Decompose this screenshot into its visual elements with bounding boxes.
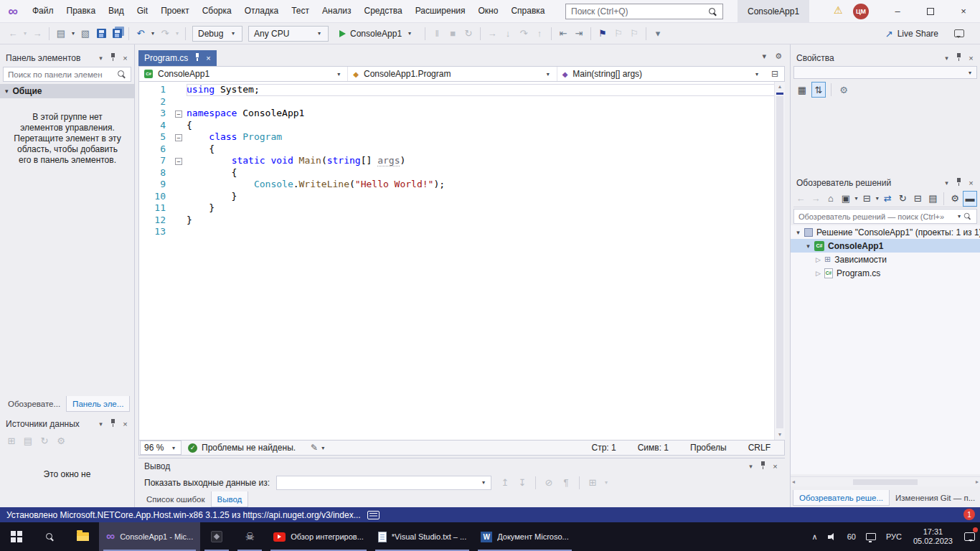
document-options-gear-icon[interactable]: ⚙ bbox=[775, 52, 782, 61]
tree-item-2[interactable]: ▷⊞Зависимости bbox=[791, 253, 980, 266]
document-tab-program-cs[interactable]: Program.cs × bbox=[138, 50, 217, 66]
status-line-ending[interactable]: CRLF bbox=[748, 443, 771, 453]
redo-caret-icon[interactable]: ▾ bbox=[174, 30, 181, 37]
game-window[interactable] bbox=[200, 522, 233, 551]
pending-changes-filter-icon[interactable]: ⊟ bbox=[859, 191, 874, 207]
close-icon[interactable]: × bbox=[965, 54, 977, 62]
menu-item-1[interactable]: Правка bbox=[60, 0, 103, 22]
member-dropdown[interactable]: ◆ Main(string[] args) ▾ bbox=[557, 67, 765, 81]
refresh-icon[interactable]: ↻ bbox=[895, 191, 910, 207]
code-line-8[interactable]: 8 { bbox=[139, 167, 785, 179]
increase-indent-icon[interactable]: ⇥ bbox=[572, 26, 586, 42]
toggle-bookmark-icon[interactable]: ⚑ bbox=[595, 26, 610, 42]
toolbox-tabs-1[interactable]: Панель эле... bbox=[66, 396, 130, 412]
active-files-dropdown-icon[interactable]: ▾ bbox=[763, 52, 767, 61]
network-icon[interactable] bbox=[861, 522, 881, 551]
zoom-dropdown[interactable]: 96 % ▾ bbox=[140, 441, 182, 455]
quick-search-box[interactable]: Поиск (Ctrl+Q) bbox=[565, 4, 723, 19]
code-cleanup-button[interactable]: ✎ ▾ bbox=[311, 443, 326, 453]
pin-icon[interactable] bbox=[107, 52, 119, 63]
toolbar-options-icon[interactable]: ▾ bbox=[651, 26, 665, 42]
close-icon[interactable]: × bbox=[769, 462, 781, 471]
pin-icon[interactable] bbox=[107, 418, 119, 429]
code-line-1[interactable]: 1using System; bbox=[139, 84, 785, 96]
youtube-window[interactable]: Обзор интегриров... bbox=[266, 522, 371, 551]
menu-item-5[interactable]: Сборка bbox=[196, 0, 238, 22]
scroll-right-icon[interactable]: ▸ bbox=[976, 479, 979, 485]
output-tabs-0[interactable]: Список ошибок bbox=[141, 491, 211, 507]
split-window-icon[interactable]: ⊟ bbox=[765, 67, 784, 81]
notification-badge[interactable]: 1 bbox=[963, 509, 975, 520]
window-position-icon[interactable]: ▾ bbox=[941, 179, 953, 187]
menu-item-8[interactable]: Анализ bbox=[316, 0, 358, 22]
code-line-7[interactable]: 7− static void Main(string[] args) bbox=[139, 155, 785, 167]
solution-explorer-tabs-1[interactable]: Изменения Git — п... bbox=[890, 490, 980, 506]
notepad-window[interactable]: *Visual Studio.txt – ... bbox=[371, 522, 473, 551]
undo-caret-icon[interactable]: ▾ bbox=[149, 30, 156, 37]
solution-explorer-hscrollbar[interactable]: ◂ ▸ bbox=[791, 476, 980, 486]
clock[interactable]: 17:31 05.02.2023 bbox=[907, 522, 959, 551]
notification-warning-icon[interactable]: ⚠ bbox=[834, 4, 843, 16]
save-icon[interactable] bbox=[94, 26, 108, 42]
preview-selected-items-icon[interactable]: ▬ bbox=[963, 191, 977, 207]
start-debugging-button[interactable]: ConsoleApp1 ▾ bbox=[334, 26, 419, 42]
undo-icon[interactable]: ↶ bbox=[133, 26, 148, 42]
type-dropdown[interactable]: ◆ ConsoleApp1.Program ▾ bbox=[348, 67, 557, 81]
maximize-button[interactable] bbox=[914, 0, 947, 22]
pin-icon[interactable] bbox=[953, 177, 965, 188]
code-line-9[interactable]: 9 Console.WriteLine("Hello World!"); bbox=[139, 179, 785, 191]
tray-chevron-up-icon[interactable]: ∧ bbox=[807, 522, 823, 551]
solution-platform-dropdown[interactable]: Any CPU ▾ bbox=[248, 26, 329, 42]
home-icon[interactable]: ⌂ bbox=[824, 191, 838, 207]
window-position-icon[interactable]: ▾ bbox=[95, 55, 107, 62]
code-line-11[interactable]: 11 } bbox=[139, 202, 785, 215]
close-button[interactable]: × bbox=[947, 0, 980, 22]
open-file-icon[interactable]: ▧ bbox=[78, 26, 93, 42]
close-icon[interactable]: × bbox=[119, 54, 131, 62]
code-editor[interactable]: 1using System;23−namespace ConsoleApp14{… bbox=[138, 82, 785, 440]
menu-item-11[interactable]: Окно bbox=[471, 0, 504, 22]
decrease-indent-icon[interactable]: ⇤ bbox=[556, 26, 570, 42]
scroll-down-icon[interactable]: ▾ bbox=[775, 430, 785, 440]
action-center-icon[interactable] bbox=[959, 522, 980, 551]
pending-changes-filter-caret-icon[interactable]: ▾ bbox=[875, 195, 880, 202]
close-icon[interactable]: × bbox=[119, 420, 131, 428]
collapsed-expander-icon[interactable]: ▷ bbox=[814, 256, 823, 263]
code-line-13[interactable]: 13 bbox=[139, 226, 785, 238]
menu-item-7[interactable]: Тест bbox=[285, 0, 316, 22]
code-line-2[interactable]: 2 bbox=[139, 96, 785, 108]
toolbox-tabs-0[interactable]: Обозревате... bbox=[2, 396, 66, 412]
window-position-icon[interactable]: ▾ bbox=[745, 463, 757, 470]
menu-item-2[interactable]: Вид bbox=[102, 0, 131, 22]
pin-icon[interactable] bbox=[757, 461, 769, 471]
scrollbar-thumb[interactable] bbox=[776, 96, 783, 428]
code-line-4[interactable]: 4{ bbox=[139, 120, 785, 132]
switch-views-caret-icon[interactable]: ▾ bbox=[854, 195, 859, 202]
feedback-icon[interactable] bbox=[954, 29, 964, 37]
collapsed-expander-icon[interactable]: ▷ bbox=[814, 270, 823, 277]
menu-item-0[interactable]: Файл bbox=[26, 0, 60, 22]
toggle-output-pane-caret-icon[interactable]: ▾ bbox=[603, 479, 610, 486]
scrollbar-thumb[interactable] bbox=[853, 479, 918, 485]
categorized-icon[interactable]: ▦ bbox=[795, 82, 809, 98]
editor-vertical-scrollbar[interactable]: ▴ ▾ bbox=[774, 82, 785, 440]
toolbox-search-input[interactable]: Поиск по панели элемен bbox=[3, 67, 131, 82]
property-pages-icon[interactable]: ⚙ bbox=[837, 82, 851, 98]
pin-icon[interactable] bbox=[953, 52, 965, 63]
code-line-5[interactable]: 5− class Program bbox=[139, 131, 785, 143]
scroll-left-icon[interactable]: ◂ bbox=[792, 479, 795, 485]
show-all-files-icon[interactable]: ▤ bbox=[925, 191, 940, 207]
tree-item-0[interactable]: ▾Решение "ConsoleApp1" (проекты: 1 из 1) bbox=[791, 225, 980, 239]
solution-explorer-tabs-0[interactable]: Обозреватель реше... bbox=[793, 490, 890, 506]
status-spaces[interactable]: Пробелы bbox=[690, 443, 727, 453]
visual-studio-window[interactable]: ∞ConsoleApp1 - Mic... bbox=[99, 522, 200, 551]
output-tabs-1[interactable]: Вывод bbox=[211, 491, 249, 507]
code-line-6[interactable]: 6 { bbox=[139, 143, 785, 156]
menu-item-3[interactable]: Git bbox=[131, 0, 154, 22]
close-icon[interactable]: × bbox=[206, 54, 210, 62]
language-indicator[interactable]: РУС bbox=[881, 522, 907, 551]
close-icon[interactable]: × bbox=[965, 179, 977, 187]
save-all-icon[interactable] bbox=[110, 26, 124, 42]
search-button[interactable] bbox=[33, 522, 66, 551]
new-file-icon[interactable]: ▤ bbox=[54, 26, 68, 42]
